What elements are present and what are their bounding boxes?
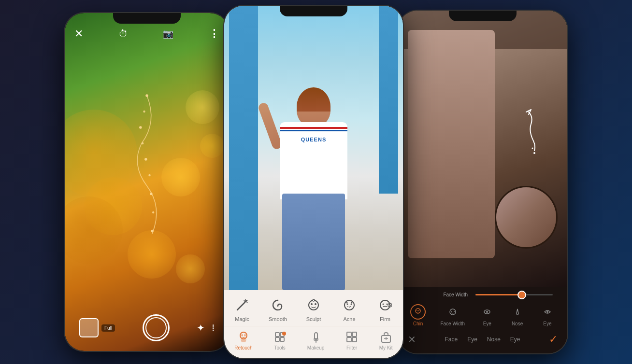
phone-2-notch [280, 6, 347, 16]
face-tab-eye[interactable]: Eye [479, 304, 495, 326]
mykit-nav-label: My Kit [379, 345, 393, 350]
acne-svg [343, 298, 356, 312]
eye2-tab-svg [543, 308, 552, 316]
svg-point-7 [152, 211, 154, 213]
phone-3-photo [398, 11, 567, 287]
face-tab-facewidth[interactable]: Face Width [440, 304, 465, 326]
slider-container: Face Width [443, 292, 553, 297]
acne-icon [340, 296, 359, 314]
shirt-stripe-blue [280, 130, 347, 131]
svg-rect-45 [352, 332, 357, 336]
svg-point-40 [282, 332, 286, 336]
svg-point-8 [151, 230, 154, 233]
chin-label: Chin [413, 321, 423, 326]
tools-toolbar: Magic Smooth [224, 290, 403, 326]
wall-accent-right [379, 6, 398, 194]
eye-tab-bottom[interactable]: Eye [467, 336, 477, 343]
woman-portrait [408, 30, 495, 258]
svg-point-22 [351, 304, 352, 305]
tools-icon [273, 330, 287, 344]
circle-inner [496, 187, 556, 247]
svg-point-29 [383, 304, 384, 305]
woman-figure: QUEENS [275, 87, 352, 290]
sculpt-svg [307, 298, 320, 312]
svg-point-60 [454, 311, 455, 312]
makeup-icon [309, 330, 323, 344]
firm-icon [376, 296, 394, 314]
phone-1-screen: ✕ ⏱ 📷 ⋮ Full ✦ ⁞ [65, 13, 229, 351]
tools-nav-label: Tools [274, 345, 286, 350]
acne-label: Acne [343, 316, 355, 322]
nose-tab-icon [510, 304, 525, 320]
nose-tab-label: Nose [512, 321, 523, 326]
camera-flip-icon[interactable]: 📷 [163, 28, 173, 39]
retouch-icon [237, 330, 250, 344]
shirt-stripe-red [280, 127, 347, 129]
filter-svg [345, 331, 358, 343]
cancel-button[interactable]: ✕ [408, 334, 416, 345]
bottom-nav: Retouch Tools [224, 326, 403, 358]
timer-icon[interactable]: ⏱ [118, 28, 128, 40]
tool-sculpt[interactable]: Sculpt [304, 296, 323, 322]
face-tab-nose[interactable]: Nose [510, 304, 525, 326]
dots-icon[interactable]: ⁞ [212, 322, 215, 334]
nav-retouch[interactable]: Retouch [234, 330, 252, 350]
phone-2-photo: QUEENS [224, 6, 403, 290]
tools-svg [273, 331, 286, 343]
makeup-nav-label: Makeup [307, 345, 325, 350]
svg-point-3 [142, 142, 144, 144]
head [297, 87, 330, 126]
svg-point-15 [309, 300, 318, 310]
face-tab-eye2[interactable]: Eye [540, 304, 555, 326]
more-icon[interactable]: ⋮ [209, 28, 219, 40]
svg-line-12 [246, 301, 247, 303]
full-badge: Full [101, 324, 115, 332]
svg-rect-38 [275, 337, 279, 341]
svg-point-6 [150, 193, 153, 196]
eye2-tab-label: Eye [543, 321, 551, 326]
svg-point-24 [349, 307, 350, 308]
face-width-label: Face Width [443, 292, 468, 297]
shutter-inner [145, 317, 167, 338]
phone-1-bottombar: Full ✦ ⁞ [65, 314, 229, 341]
svg-line-11 [244, 300, 245, 302]
nav-tools[interactable]: Tools [273, 330, 287, 350]
slider-thumb[interactable] [517, 291, 526, 299]
slider-track[interactable] [475, 294, 553, 295]
thumbnail[interactable] [79, 318, 99, 337]
deco-arrow [500, 107, 538, 155]
confirm-button[interactable]: ✓ [549, 333, 558, 346]
svg-point-17 [315, 303, 316, 305]
svg-point-28 [380, 300, 390, 310]
jeans [282, 194, 345, 290]
facewidth-icon [445, 304, 460, 320]
tool-magic[interactable]: Magic [233, 296, 251, 322]
face-tab-bottom[interactable]: Face [445, 336, 458, 343]
tool-firm[interactable]: Firm [376, 296, 394, 322]
tool-acne[interactable]: Acne [340, 296, 359, 322]
nav-filter[interactable]: Filter [345, 330, 359, 350]
svg-point-30 [387, 304, 388, 305]
close-icon[interactable]: ✕ [74, 28, 83, 40]
nav-makeup[interactable]: Makeup [307, 330, 325, 350]
magic-label: Magic [235, 316, 249, 322]
shutter-button[interactable] [143, 314, 170, 341]
nose-tab-bottom[interactable]: Nose [487, 336, 501, 343]
shirt-text: QUEENS [301, 137, 326, 142]
phone-3-notch [449, 11, 517, 21]
svg-point-27 [351, 302, 353, 304]
eye2-tab-bottom[interactable]: Eye [510, 336, 520, 343]
portrait-bg [408, 30, 495, 258]
mykit-svg [380, 331, 392, 343]
filter-icon[interactable]: ✦ [197, 322, 205, 334]
nav-mykit[interactable]: My Kit [379, 330, 393, 350]
svg-point-21 [347, 304, 348, 305]
svg-point-0 [145, 94, 148, 97]
sparkle-lights [94, 85, 200, 254]
sculpt-icon [304, 296, 323, 314]
svg-point-56 [417, 310, 417, 311]
tool-smooth[interactable]: Smooth [269, 296, 287, 322]
face-tab-chin[interactable]: Chin [410, 304, 426, 326]
facewidth-label: Face Width [440, 321, 465, 326]
svg-rect-46 [347, 337, 351, 342]
